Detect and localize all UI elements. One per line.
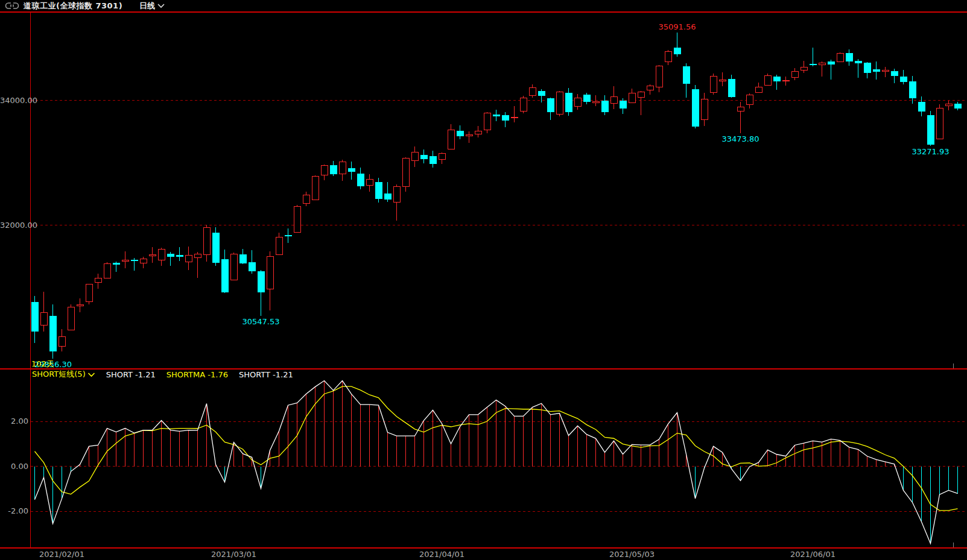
candle-body — [601, 101, 608, 112]
axis-frame — [0, 13, 967, 549]
candle-body — [927, 115, 934, 145]
candle-body — [113, 263, 119, 265]
candle-body — [457, 131, 463, 136]
candle-body — [131, 260, 138, 261]
candle-body — [520, 98, 527, 112]
candle-body — [864, 63, 870, 72]
candle-body — [873, 70, 880, 71]
chevron-down-icon — [87, 372, 95, 377]
candle-body — [656, 66, 662, 87]
indicator-axis-label: -2.00 — [0, 507, 28, 515]
low-price-label: 30547.53 — [242, 317, 279, 326]
candle-body — [402, 159, 409, 187]
candle-body — [801, 68, 807, 71]
candle-body — [203, 228, 210, 255]
candle-body — [846, 53, 852, 61]
date-axis-label: 2021/05/03 — [609, 550, 655, 559]
candle-body — [140, 259, 147, 263]
candle-body — [122, 260, 128, 262]
indicator-name: SHORT短线(5) — [32, 369, 86, 380]
candle-body — [176, 255, 183, 256]
indicator-legend: SHORT -1.21SHORTMA -1.76SHORTT -1.21 — [95, 370, 293, 379]
indicator-axis-label: 2.00 — [0, 417, 28, 426]
candle-body — [230, 254, 237, 280]
candle-body — [439, 153, 445, 159]
candle-body — [77, 305, 83, 306]
candle-body — [592, 101, 599, 102]
candle-body — [610, 96, 617, 103]
candle-body — [918, 102, 925, 112]
legend-shortma: SHORTMA -1.76 — [166, 370, 228, 379]
candle-body — [59, 337, 65, 347]
candle-body — [267, 257, 273, 289]
candle-body — [31, 303, 38, 331]
candle-body — [547, 98, 554, 112]
candle-body — [258, 271, 264, 292]
candle-body — [393, 186, 400, 202]
indicator-axis-label: 0.00 — [0, 462, 28, 471]
date-axis-label: 2021/02/01 — [39, 550, 84, 559]
candle-body — [104, 263, 110, 278]
low-price-label: 33473.80 — [721, 134, 759, 143]
candle-body — [565, 93, 572, 112]
date-axis-label: 2021/06/01 — [790, 550, 835, 559]
candle-body — [710, 77, 717, 93]
bar-count-label: 102天 — [31, 359, 54, 370]
candle-body — [556, 92, 563, 114]
x-axis-line — [0, 547, 967, 549]
candle-body — [420, 156, 427, 159]
candle-body — [312, 177, 319, 200]
candle-body — [891, 71, 898, 75]
candle-body — [683, 67, 690, 84]
candle-body — [620, 101, 626, 109]
candle-body — [828, 62, 834, 64]
candle-body — [837, 53, 843, 61]
candle-body — [221, 260, 228, 292]
candle-body — [882, 71, 889, 72]
candle-body — [719, 80, 726, 81]
candle-body — [638, 92, 644, 97]
candle-body — [411, 152, 418, 160]
candle-body — [212, 233, 219, 263]
candle-body — [185, 255, 192, 262]
candle-body — [303, 195, 309, 203]
candle-body — [149, 255, 156, 256]
candle-body — [773, 77, 780, 81]
candle-body — [936, 108, 943, 139]
candle-body — [40, 312, 47, 326]
candle-body — [158, 250, 165, 260]
candle-body — [855, 61, 861, 63]
candle-body — [629, 93, 635, 103]
candle-body — [357, 174, 364, 186]
candle-body — [375, 182, 382, 198]
candle-body — [538, 91, 545, 95]
candle-body — [945, 104, 952, 106]
candle-body — [511, 117, 518, 118]
candle-body — [239, 254, 246, 263]
candle-body — [95, 278, 101, 283]
candle-body — [86, 284, 92, 301]
candle-body — [194, 254, 201, 258]
candle-body — [167, 254, 174, 257]
candle-body — [276, 238, 282, 255]
legend-shortt: SHORTT -1.21 — [239, 370, 293, 379]
candle-body — [665, 52, 671, 62]
candle-body — [755, 87, 762, 92]
candle-body — [49, 316, 56, 351]
candle-body — [574, 98, 581, 107]
candle-body — [647, 86, 653, 90]
candle-body — [294, 207, 300, 233]
candle-body — [728, 80, 735, 97]
candle-body — [900, 77, 907, 82]
candle-body — [909, 81, 916, 98]
chart-canvas[interactable] — [0, 0, 967, 560]
candle-body — [321, 166, 328, 175]
candle-body — [348, 168, 355, 171]
candle-body — [819, 63, 825, 64]
indicator-selector[interactable]: SHORT短线(5) — [32, 369, 95, 380]
gridlines — [31, 101, 967, 512]
candle-body — [674, 48, 680, 54]
candle-body — [285, 235, 291, 236]
candle-body — [330, 166, 337, 174]
candle-body — [502, 115, 509, 120]
